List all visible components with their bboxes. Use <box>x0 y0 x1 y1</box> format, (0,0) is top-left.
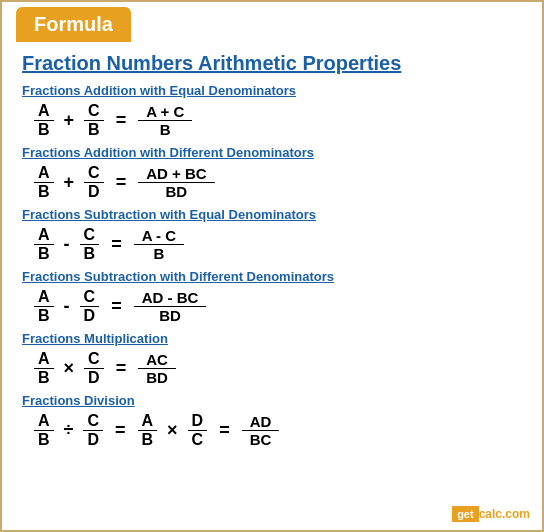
header: Formula <box>2 2 542 42</box>
frac-A-B-3: A B <box>34 226 54 263</box>
watermark-domain: calc.com <box>479 507 530 521</box>
frac-A-B-1: A B <box>34 102 54 139</box>
frac-C-D-6: C D <box>83 412 103 449</box>
frac-AD-BC: AD BC <box>242 413 280 448</box>
frac-C-B-1: C B <box>84 102 104 139</box>
frac-A-B-6: A B <box>34 412 54 449</box>
frac-AC-BD: AC BD <box>138 351 176 386</box>
section-label-sub-equal: Fractions Subtraction with Equal Denomin… <box>22 207 522 222</box>
watermark: get calc.com <box>452 506 530 522</box>
section-label-add-equal: Fractions Addition with Equal Denominato… <box>22 83 522 98</box>
frac-C-D-2: C D <box>84 164 104 201</box>
op-div: ÷ <box>64 420 74 441</box>
section-label-add-diff: Fractions Addition with Different Denomi… <box>22 145 522 160</box>
header-tab: Formula <box>16 7 131 42</box>
op-minus-2: - <box>64 296 70 317</box>
eq-1: = <box>116 110 127 131</box>
formula-add-diff: A B + C D = AD + BC BD <box>30 164 522 201</box>
frac-A-B-2: A B <box>34 164 54 201</box>
frac-ADpBC-BD: AD + BC BD <box>138 165 214 200</box>
watermark-box: get <box>452 506 479 522</box>
formula-sub-equal: A B - C B = A - C B <box>30 226 522 263</box>
formula-div: A B ÷ C D = A B × D C = AD BC <box>30 412 522 449</box>
section-label-div: Fractions Division <box>22 393 522 408</box>
formula-add-equal: A B + C B = A + C B <box>30 102 522 139</box>
op-times: × <box>64 358 75 379</box>
eq-6: = <box>115 420 126 441</box>
formula-sub-diff: A B - C D = AD - BC BD <box>30 288 522 325</box>
eq-4: = <box>111 296 122 317</box>
formula-mul: A B × C D = AC BD <box>30 350 522 387</box>
op-plus-2: + <box>64 172 75 193</box>
page-container: Formula Fraction Numbers Arithmetic Prop… <box>0 0 544 532</box>
main-title: Fraction Numbers Arithmetic Properties <box>22 52 522 75</box>
frac-A-B-7: A B <box>138 412 158 449</box>
eq-5: = <box>116 358 127 379</box>
frac-ApC-B: A + C B <box>138 103 192 138</box>
section-label-sub-diff: Fractions Subtraction with Different Den… <box>22 269 522 284</box>
op-times-2: × <box>167 420 178 441</box>
frac-D-C: D C <box>188 412 208 449</box>
frac-C-D-5: C D <box>84 350 104 387</box>
frac-A-B-4: A B <box>34 288 54 325</box>
header-label: Formula <box>34 13 113 36</box>
frac-C-D-4: C D <box>80 288 100 325</box>
section-label-mul: Fractions Multiplication <box>22 331 522 346</box>
op-minus-1: - <box>64 234 70 255</box>
frac-ADmBC-BD: AD - BC BD <box>134 289 207 324</box>
content-area: Fraction Numbers Arithmetic Properties F… <box>2 42 542 461</box>
frac-C-B-3: C B <box>80 226 100 263</box>
eq-3: = <box>111 234 122 255</box>
watermark-brand: get <box>457 508 474 520</box>
eq-7: = <box>219 420 230 441</box>
op-plus-1: + <box>64 110 75 131</box>
frac-A-B-5: A B <box>34 350 54 387</box>
eq-2: = <box>116 172 127 193</box>
frac-AmC-B: A - C B <box>134 227 184 262</box>
